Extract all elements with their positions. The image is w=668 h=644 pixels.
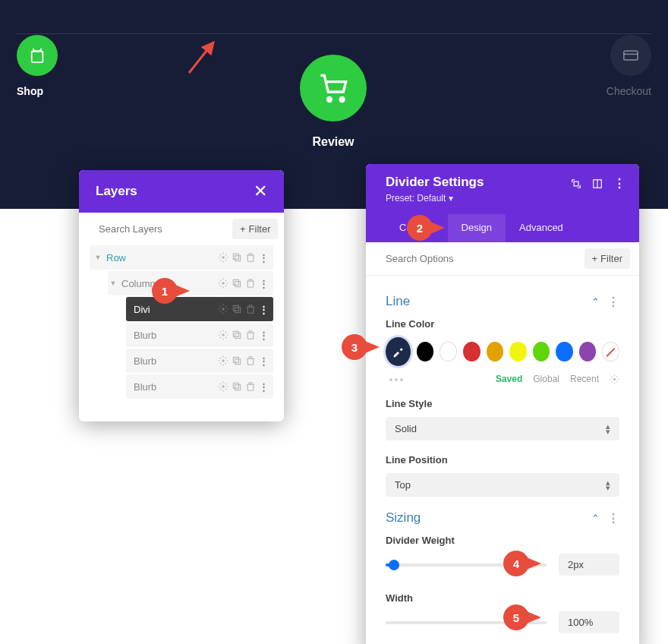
trash-icon[interactable] — [245, 381, 256, 392]
settings-title: Divider Settings — [386, 175, 484, 190]
review-step[interactable]: Review — [300, 55, 367, 149]
duplicate-icon[interactable] — [232, 304, 242, 314]
svg-point-11 — [222, 308, 225, 311]
svg-point-8 — [222, 282, 225, 285]
svg-rect-15 — [233, 331, 238, 336]
more-icon[interactable]: ⋮ — [259, 252, 269, 264]
gear-icon[interactable] — [218, 278, 228, 289]
gear-icon[interactable] — [218, 252, 228, 263]
layer-label: Divi — [126, 304, 218, 315]
layer-label: Blurb — [126, 355, 218, 367]
layer-label: Blurb — [126, 381, 218, 393]
shop-step[interactable]: Shop — [17, 35, 58, 97]
tab-advanced[interactable]: Advanced — [506, 214, 577, 242]
callout-5: 5 — [503, 605, 541, 630]
duplicate-icon[interactable] — [232, 381, 242, 392]
color-tab-saved[interactable]: Saved — [496, 374, 522, 384]
duplicate-icon[interactable] — [232, 252, 242, 263]
gear-icon[interactable] — [610, 374, 619, 384]
callout-4: 4 — [503, 551, 541, 576]
close-icon[interactable]: ✕ — [254, 182, 267, 201]
duplicate-icon[interactable] — [232, 355, 242, 366]
tab-design[interactable]: Design — [448, 214, 506, 242]
settings-search-input[interactable] — [386, 253, 578, 264]
color-swatch[interactable] — [440, 342, 457, 361]
callout-badge: 2 — [407, 215, 433, 241]
duplicate-icon[interactable] — [232, 330, 242, 340]
chevron-down-icon[interactable]: ▼ — [108, 279, 118, 287]
more-icon[interactable]: ⋮ — [607, 511, 619, 526]
layer-blurb[interactable]: Blurb ⋮ — [126, 374, 273, 399]
cart-icon — [318, 73, 348, 103]
duplicate-icon[interactable] — [232, 278, 242, 289]
color-swatch[interactable] — [417, 342, 434, 361]
line-position-select[interactable]: Top ▴▾ — [386, 473, 619, 497]
line-style-select[interactable]: Solid ▴▾ — [386, 417, 619, 440]
gear-icon[interactable] — [218, 355, 228, 366]
more-icon[interactable]: ⋮ — [259, 330, 269, 341]
chevron-up-icon[interactable]: ⌃ — [591, 296, 600, 308]
slider-thumb[interactable] — [389, 560, 399, 570]
checkout-step[interactable]: Checkout — [607, 35, 651, 97]
review-label: Review — [312, 135, 354, 149]
settings-filter-button[interactable]: +Filter — [584, 248, 630, 269]
more-icon[interactable]: ⋮ — [259, 381, 269, 393]
chevron-down-icon[interactable]: ▼ — [93, 254, 103, 261]
section-line-header[interactable]: Line ⌃ ⋮ — [386, 294, 619, 309]
settings-preset[interactable]: Preset: Default ▾ — [386, 193, 484, 204]
svg-rect-7 — [235, 256, 241, 261]
section-sizing-header[interactable]: Sizing ⌃ ⋮ — [386, 510, 619, 526]
color-swatch-none[interactable] — [602, 342, 619, 361]
trash-icon[interactable] — [245, 330, 256, 340]
layer-blurb[interactable]: Blurb ⋮ — [126, 349, 273, 373]
more-icon[interactable]: ⋮ — [607, 295, 619, 309]
layer-column[interactable]: ▼ Column ⋮ — [108, 271, 273, 295]
svg-rect-13 — [235, 308, 241, 313]
review-icon[interactable] — [300, 55, 367, 122]
callout-1: 1 — [152, 278, 190, 304]
section-title: Line — [386, 294, 410, 309]
trash-icon[interactable] — [245, 355, 256, 366]
width-slider: 100% — [386, 611, 619, 633]
layers-search-input[interactable] — [99, 223, 226, 235]
color-tab-global[interactable]: Global — [533, 374, 559, 384]
checkout-icon[interactable] — [610, 35, 651, 76]
layer-divider[interactable]: Divi ⋮ — [126, 297, 273, 321]
divider-weight-value[interactable]: 2px — [559, 554, 619, 576]
color-swatch[interactable] — [509, 342, 527, 361]
color-swatch[interactable] — [556, 342, 573, 361]
more-icon[interactable]: ⋮ — [613, 176, 625, 191]
trash-icon[interactable] — [245, 304, 256, 314]
color-tab-recent[interactable]: Recent — [570, 374, 599, 384]
more-colors-icon[interactable] — [389, 378, 403, 381]
callout-2: 2 — [407, 215, 445, 241]
svg-point-1 — [328, 98, 332, 102]
layer-label: Blurb — [126, 330, 218, 341]
layout-icon[interactable] — [592, 178, 603, 189]
gear-icon[interactable] — [218, 381, 228, 392]
more-icon[interactable]: ⋮ — [259, 278, 269, 289]
trash-icon[interactable] — [245, 252, 256, 263]
shop-icon[interactable] — [17, 35, 58, 76]
more-icon[interactable]: ⋮ — [259, 304, 269, 315]
color-swatch[interactable] — [463, 342, 481, 361]
color-swatch[interactable] — [533, 342, 550, 361]
expand-icon[interactable] — [571, 178, 581, 189]
layer-row[interactable]: ▼ Row ⋮ — [90, 245, 273, 270]
gear-icon[interactable] — [218, 330, 228, 340]
checkout-label: Checkout — [607, 85, 651, 97]
more-icon[interactable]: ⋮ — [259, 355, 269, 367]
svg-point-26 — [613, 377, 616, 380]
trash-icon[interactable] — [245, 278, 256, 289]
chevron-up-icon[interactable]: ⌃ — [591, 513, 600, 524]
layers-filter-button[interactable]: +Filter — [232, 219, 278, 239]
layer-blurb[interactable]: Blurb ⋮ — [126, 323, 273, 347]
color-swatch[interactable] — [487, 342, 504, 361]
gear-icon[interactable] — [218, 304, 228, 314]
color-swatch[interactable] — [579, 342, 597, 361]
width-value[interactable]: 100% — [559, 611, 619, 633]
line-style-label: Line Style — [386, 398, 619, 409]
annotation-arrow — [186, 38, 218, 76]
color-swatch-selected[interactable] — [386, 337, 411, 366]
svg-rect-18 — [233, 357, 238, 362]
